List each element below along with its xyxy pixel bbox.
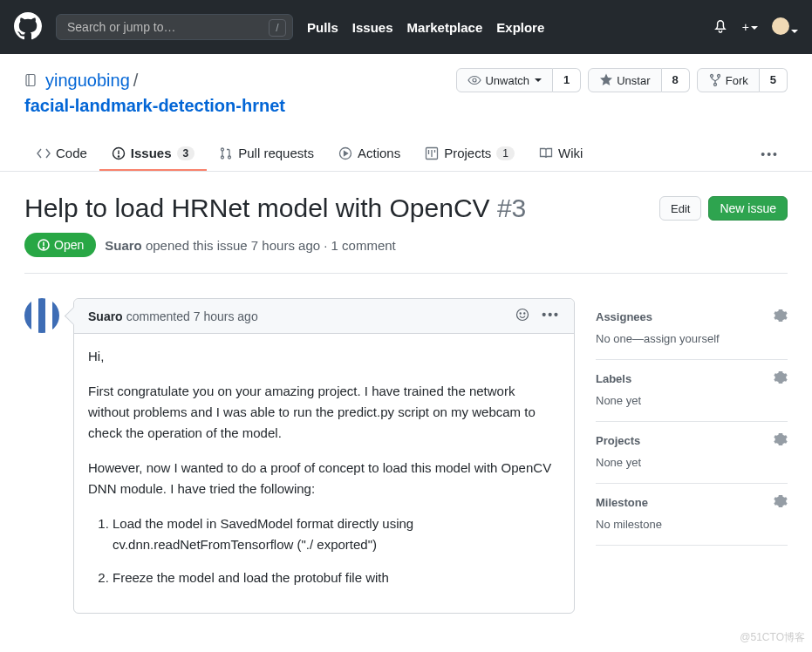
header-right: +: [713, 17, 798, 37]
new-issue-button[interactable]: New issue: [708, 196, 788, 221]
unwatch-button[interactable]: Unwatch: [456, 68, 553, 92]
comment-p1: Hi,: [88, 346, 560, 367]
nav-issues[interactable]: Issues: [352, 20, 393, 35]
issue-sidebar: Assignees No one—assign yourself Labels …: [596, 298, 788, 614]
fork-button[interactable]: Fork: [697, 68, 760, 92]
issue-opened-icon: [112, 146, 126, 160]
nav-explore[interactable]: Explore: [496, 20, 544, 35]
search-input[interactable]: [56, 14, 293, 40]
divider: [24, 273, 788, 274]
book-icon: [539, 146, 553, 160]
sidebar-labels: Labels None yet: [596, 360, 788, 422]
svg-rect-0: [26, 75, 35, 86]
repo-tabs: Code Issues3 Pull requests Actions Proje…: [0, 137, 812, 172]
edit-button[interactable]: Edit: [659, 196, 701, 221]
tabs-more-icon[interactable]: •••: [752, 139, 788, 170]
nav-links: Pulls Issues Marketplace Explore: [307, 20, 544, 35]
issue-opened-icon: [37, 238, 51, 252]
avatar-icon: [772, 17, 789, 35]
repo-head: yinguobing / Unwatch 1 Unstar 8: [0, 54, 812, 116]
repo-icon: [24, 73, 38, 87]
comment-p3: However, now I wanted to do a proof of c…: [88, 458, 560, 499]
repo-actions: Unwatch 1 Unstar 8 Fork 5: [456, 68, 788, 92]
comment-p2: First congratulate you on your amazing p…: [88, 381, 560, 444]
project-icon: [425, 146, 439, 160]
nav-marketplace[interactable]: Marketplace: [407, 20, 483, 35]
issue-meta-text: Suaro opened this issue 7 hours ago · 1 …: [105, 238, 396, 253]
svg-point-15: [520, 313, 521, 314]
tab-issues[interactable]: Issues3: [99, 137, 207, 171]
tab-projects[interactable]: Projects1: [413, 137, 527, 171]
tab-code[interactable]: Code: [24, 137, 99, 171]
svg-point-4: [713, 84, 716, 86]
comment-li1: Load the model in SavedModel format dire…: [113, 513, 560, 555]
svg-point-1: [473, 78, 476, 82]
unstar-button[interactable]: Unstar: [588, 68, 661, 92]
sidebar-assignees: Assignees No one—assign yourself: [596, 298, 788, 360]
gear-icon[interactable]: [774, 309, 788, 325]
star-icon: [599, 73, 613, 87]
issue-header: Help to load HRNet model with OpenCV #3 …: [24, 193, 788, 224]
issue-author-link[interactable]: Suaro: [105, 238, 142, 253]
repo-divider: /: [133, 71, 139, 91]
timeline: Suaro commented 7 hours ago ••• Hi, Firs…: [24, 298, 575, 614]
comment-body: Hi, First congratulate you on your amazi…: [74, 334, 574, 613]
comment-box: Suaro commented 7 hours ago ••• Hi, Firs…: [73, 298, 575, 614]
watch-count[interactable]: 1: [553, 68, 581, 92]
issues-counter: 3: [177, 146, 195, 160]
projects-body: None yet: [596, 456, 788, 469]
labels-body: None yet: [596, 394, 788, 407]
pr-icon: [219, 146, 233, 160]
notifications-icon[interactable]: [713, 19, 728, 35]
svg-point-9: [229, 156, 231, 159]
code-icon: [37, 146, 51, 160]
commenter-avatar[interactable]: [24, 298, 59, 333]
issue-container: Help to load HRNet model with OpenCV #3 …: [0, 172, 812, 635]
slash-hint: /: [269, 19, 286, 37]
state-badge: Open: [24, 233, 96, 257]
repo-name-link[interactable]: facial-landmark-detection-hrnet: [24, 96, 285, 115]
github-mark-icon: [14, 12, 42, 40]
eye-icon: [467, 73, 481, 87]
discussion: Suaro commented 7 hours ago ••• Hi, Firs…: [24, 298, 788, 614]
fork-count[interactable]: 5: [760, 68, 788, 92]
comment-author-link[interactable]: Suaro: [88, 309, 123, 323]
svg-point-16: [524, 313, 525, 314]
repo-owner-link[interactable]: yinguobing: [45, 71, 130, 91]
assign-yourself-link[interactable]: No one—assign yourself: [596, 332, 720, 345]
nav-pulls[interactable]: Pulls: [307, 20, 338, 35]
issue-number: #3: [497, 194, 526, 222]
tab-pull-requests[interactable]: Pull requests: [207, 137, 326, 171]
svg-point-13: [43, 248, 44, 248]
svg-point-7: [222, 148, 224, 151]
svg-point-3: [717, 75, 720, 78]
github-logo[interactable]: [14, 12, 42, 43]
smiley-icon[interactable]: [515, 308, 529, 324]
svg-point-2: [710, 75, 713, 78]
comment-li2: Freeze the model and load the protobuf f…: [113, 567, 560, 588]
sidebar-milestone: Milestone No milestone: [596, 484, 788, 546]
projects-counter: 1: [496, 146, 515, 160]
tab-wiki[interactable]: Wiki: [527, 137, 595, 171]
sidebar-projects: Projects None yet: [596, 422, 788, 484]
gear-icon[interactable]: [774, 432, 788, 449]
milestone-body: No milestone: [596, 518, 788, 531]
plus-menu[interactable]: +: [742, 20, 758, 34]
tab-actions[interactable]: Actions: [326, 137, 413, 171]
play-icon: [338, 146, 352, 160]
star-count[interactable]: 8: [662, 68, 690, 92]
svg-point-6: [118, 155, 119, 156]
issue-meta: Open Suaro opened this issue 7 hours ago…: [24, 233, 788, 257]
user-menu[interactable]: [772, 17, 798, 37]
issue-title: Help to load HRNet model with OpenCV #3: [24, 193, 659, 224]
search-wrap: /: [56, 14, 293, 40]
svg-point-8: [222, 156, 224, 159]
gear-icon[interactable]: [774, 494, 788, 511]
watermark: @51CTO博客: [740, 630, 805, 635]
gear-icon[interactable]: [774, 370, 788, 387]
fork-icon: [708, 73, 722, 87]
svg-point-14: [517, 309, 529, 321]
kebab-icon[interactable]: •••: [542, 308, 560, 324]
comment-time: commented 7 hours ago: [126, 309, 258, 323]
global-header: / Pulls Issues Marketplace Explore +: [0, 0, 812, 54]
